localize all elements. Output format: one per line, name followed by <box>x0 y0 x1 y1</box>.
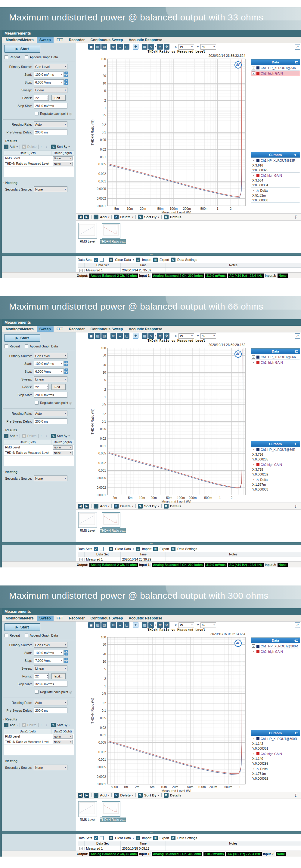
input2-config-badge[interactable]: None <box>276 852 286 856</box>
add-graph-label[interactable]: Add <box>100 794 107 797</box>
cursor-ch1-checkbox[interactable]: ✓ <box>252 737 255 740</box>
result-row-rms[interactable]: RMS Level None▾ <box>4 156 74 161</box>
fx-derived-button[interactable]: ƒx <box>157 622 163 628</box>
pin-icon[interactable] <box>295 350 298 352</box>
repeat-checkbox[interactable] <box>4 55 8 59</box>
delete-graph-label[interactable]: Delete <box>120 215 131 219</box>
tab-continuous-sweep[interactable]: Continuous Sweep <box>88 37 126 43</box>
delete-result-icon[interactable]: ✕ <box>22 723 26 727</box>
reading-rate-select[interactable]: Auto ▾ <box>34 410 67 416</box>
details-label[interactable]: Details <box>170 215 182 219</box>
secondary-source-select[interactable]: None ▾ <box>34 186 67 192</box>
input1-filter-badge[interactable]: AC (<10 Hz) - 22.4 kHz <box>226 852 262 856</box>
cursors-panel-header[interactable]: Cursors <box>251 152 300 157</box>
input2-config-badge[interactable]: None <box>277 563 288 567</box>
step-up-icon[interactable]: ▲ <box>64 361 68 363</box>
save-graph-button[interactable]: ▣ <box>88 44 94 50</box>
sort-by-label[interactable]: Sort By <box>57 145 67 149</box>
sort-graphs-icon[interactable]: ⇅ <box>138 504 143 508</box>
export-icon[interactable]: ⊞ <box>153 836 158 840</box>
ch1-visible-checkbox[interactable]: ✓ <box>252 355 255 359</box>
delete-graph-label[interactable]: Delete <box>120 504 131 508</box>
pin-icon[interactable] <box>295 154 298 156</box>
thumbnail-thdn-ratio[interactable] <box>102 223 120 239</box>
pan-icon[interactable]: ↔ <box>117 333 123 339</box>
move-up-icon[interactable]: ↑ <box>40 723 42 727</box>
thumbnail-rms-level[interactable] <box>78 801 97 817</box>
tab-sweep[interactable]: Sweep <box>37 327 54 332</box>
ch2-visible-checkbox[interactable]: ✓ <box>252 650 255 653</box>
data-row-ch2[interactable]: ✓ Ch2 high GAIN <box>251 649 300 654</box>
result-row-rms[interactable]: RMS Level None▾ <box>4 734 74 739</box>
input1-range-badge[interactable]: 310.0 mVrms <box>203 852 225 856</box>
ch2-visible-checkbox[interactable]: ✓ <box>252 361 255 364</box>
reading-rate-select[interactable]: Auto ▾ <box>34 121 67 127</box>
graph-settings-button[interactable]: ⚙ <box>164 44 169 50</box>
delete-graph-label[interactable]: Delete <box>120 794 131 797</box>
collapse-strip-icon[interactable]: ↧ <box>294 504 297 508</box>
secondary-source-select[interactable]: None ▾ <box>34 475 67 481</box>
start-button[interactable]: ▶ Start <box>4 45 40 53</box>
zoom-icon[interactable]: ⊕ <box>110 622 116 628</box>
import-icon[interactable]: ⇩ <box>136 547 140 551</box>
clear-data-label[interactable]: Clear Data <box>115 258 131 261</box>
add-graph-icon[interactable]: + <box>93 793 99 798</box>
input1-config-badge[interactable]: Analog Balanced 2 Ch, 200 kohm <box>152 274 204 278</box>
tab-acoustic-response[interactable]: Acoustic Response <box>126 37 165 43</box>
primary-source-select[interactable]: Gen Level ▾ <box>34 64 67 69</box>
delete-result-icon[interactable]: ✕ <box>22 434 26 438</box>
input1-filter-badge[interactable]: AC (<10 Hz) - 22.4 kHz <box>228 274 264 278</box>
sort-by-label[interactable]: Sort By <box>57 723 67 727</box>
input1-range-badge[interactable]: 310.0 mVrms <box>205 274 227 278</box>
sweep-select[interactable]: Linear ▾ <box>34 87 67 93</box>
export-label[interactable]: Export <box>160 258 169 261</box>
tab-acoustic-response[interactable]: Acoustic Response <box>126 327 165 332</box>
fit-view-icon[interactable]: ▢ <box>124 44 130 50</box>
start-stepper[interactable]: ▲▼ <box>64 650 68 655</box>
collapse-strip-icon[interactable]: ↧ <box>294 215 297 219</box>
output-config-badge[interactable]: Analog Balanced 2 Ch, 40 ohm <box>89 852 138 856</box>
stop-combo[interactable]: 6.000 Vrms ▾ <box>34 79 64 85</box>
copy-graph-button[interactable]: ▥ <box>95 333 101 339</box>
details-label[interactable]: Details <box>170 504 182 508</box>
select-none-datasets-icon[interactable] <box>100 836 104 840</box>
first-graph-icon[interactable]: ◀ <box>78 215 83 219</box>
pre-sweep-delay-input[interactable]: 200.0 ms <box>34 418 67 424</box>
tab-monitors-meters[interactable]: Monitors/Meters <box>3 616 36 621</box>
step-size-input[interactable]: 328.6 mVrms <box>34 681 67 687</box>
sweep-select[interactable]: Linear ▾ <box>34 665 67 671</box>
select-none-datasets-icon[interactable] <box>100 258 104 262</box>
input2-config-badge[interactable]: None <box>277 274 288 278</box>
points-spinner[interactable]: 22 ▴▾ <box>34 384 49 390</box>
step-down-icon[interactable]: ▼ <box>64 371 68 374</box>
start-stepper[interactable]: ▲▼ <box>64 71 68 77</box>
cursor-delta-checkbox[interactable]: ✓ <box>252 478 255 481</box>
print-graph-button[interactable]: ▤ <box>102 44 107 50</box>
data-row-ch1[interactable]: ✓ Ch1 HP_XLROUT@33R <box>251 65 300 70</box>
tab-fft[interactable]: FFT <box>54 37 66 43</box>
pop-out-graph-icon[interactable]: ↗ <box>295 333 300 339</box>
add-result-label[interactable]: Add <box>10 145 15 149</box>
copy-graph-button[interactable]: ▥ <box>95 622 101 628</box>
zoom-icon[interactable]: ⊕ <box>110 44 116 50</box>
cursor-row[interactable]: ✓ Ch2 high GAIN <box>251 173 300 178</box>
dataset-row[interactable]: ✓ Measured 1 2020/10/14 23:35:32 <box>78 268 301 273</box>
clear-data-icon[interactable]: ✕ <box>109 547 113 551</box>
step-down-icon[interactable]: ▼ <box>64 653 68 655</box>
edit-points-button[interactable]: Edit... <box>52 673 65 679</box>
data-settings-icon[interactable]: ⚙ <box>171 836 175 840</box>
export-label[interactable]: Export <box>160 836 169 840</box>
add-graph-icon[interactable]: + <box>93 504 99 508</box>
details-icon[interactable]: ⚙ <box>164 793 169 798</box>
import-icon[interactable]: ⇩ <box>136 836 140 840</box>
data-row-ch2[interactable]: ✓ Ch2 high GAIN <box>251 360 300 365</box>
data-panel-header[interactable]: Data <box>251 349 300 354</box>
regulate-checkbox[interactable] <box>35 401 38 405</box>
stop-stepper[interactable]: ▲▼ <box>64 658 68 663</box>
delete-result-icon[interactable]: ✕ <box>22 145 26 149</box>
dataset-checkbox[interactable]: ✓ <box>79 847 83 850</box>
data-settings-label[interactable]: Data Settings <box>177 258 197 261</box>
cursor-ch2-checkbox[interactable]: ✓ <box>252 174 255 177</box>
pop-out-graph-icon[interactable]: ↗ <box>295 622 300 628</box>
edit-points-button[interactable]: Edit... <box>52 384 65 390</box>
